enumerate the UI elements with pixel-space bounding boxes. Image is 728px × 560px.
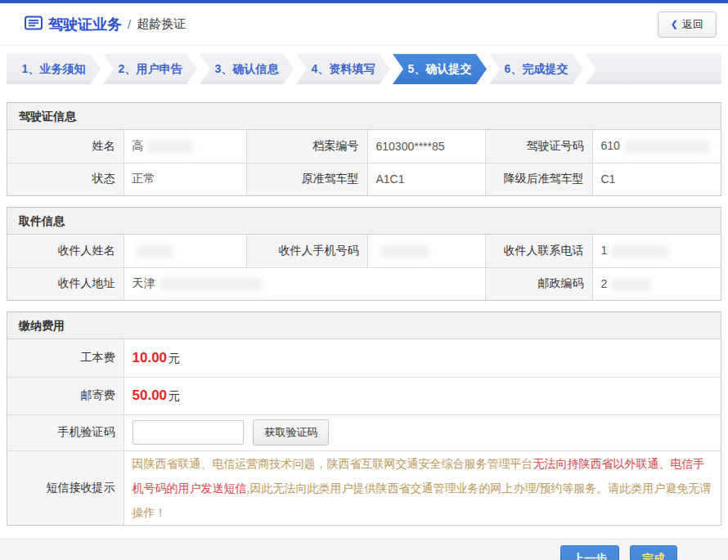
table-row: 手机验证码 获取验证码: [7, 414, 721, 450]
field-value: 获取验证码: [124, 414, 721, 450]
step-1-business-notice[interactable]: 1、业务须知: [7, 54, 101, 84]
redacted-value: [624, 141, 710, 153]
field-label: 姓名: [7, 130, 124, 163]
table-row: 收件人地址 天津 邮政编码 2: [7, 267, 721, 300]
finish-button[interactable]: 完成: [630, 545, 677, 560]
step-bar-filler: [586, 54, 721, 84]
table-row: 收件人姓名 收件人手机号码 收件人联系电话 1: [7, 235, 721, 267]
field-label: 收件人地址: [7, 267, 124, 300]
field-label: 邮政编码: [485, 267, 592, 300]
section-title: 取件信息: [7, 208, 721, 235]
get-code-button[interactable]: 获取验证码: [253, 419, 329, 446]
field-label: 手机验证码: [7, 414, 124, 450]
sms-code-input[interactable]: [133, 420, 244, 445]
field-value: 10.00元: [124, 339, 721, 377]
back-button[interactable]: ❮ 返回: [658, 11, 717, 38]
fees-table: 工本费 10.00元 邮寄费 50.00元 手机验证码 获取验证码 短信接收提示…: [7, 339, 721, 525]
page-subtitle: 超龄换证: [137, 16, 186, 32]
field-value: [124, 235, 246, 267]
field-label: 工本费: [7, 339, 124, 377]
footer-action-bar: 上一步 完成: [0, 539, 728, 560]
chevron-left-icon: ❮: [671, 19, 678, 29]
field-label: 收件人联系电话: [485, 235, 592, 267]
step-3-confirm-info[interactable]: 3、确认信息: [200, 54, 294, 84]
section-title: 缴纳费用: [7, 312, 721, 339]
redacted-value: [148, 141, 193, 153]
redacted-value: [611, 245, 668, 258]
table-row: 短信接收提示 因陕西省联通、电信运营商技术问题，陕西省互联网交通安全综合服务管理…: [7, 450, 721, 525]
field-value: A1C1: [367, 163, 485, 195]
field-value: 50.00元: [124, 377, 721, 414]
pickup-info-section: 取件信息 收件人姓名 收件人手机号码 收件人联系电话 1 收件人地址 天津 邮政…: [7, 207, 721, 301]
fee-amount: 10.00: [133, 350, 168, 365]
field-label: 收件人手机号码: [246, 235, 367, 267]
field-label: 原准驾车型: [246, 163, 367, 195]
fee-unit: 元: [169, 389, 180, 402]
fee-unit: 元: [169, 352, 180, 365]
license-info-table: 姓名 高 档案编号 610300****85 驾驶证号码 610 状态 正常 原…: [7, 130, 721, 195]
step-6-complete-submit[interactable]: 6、完成提交: [489, 54, 583, 84]
redacted-value: [137, 245, 173, 258]
redacted-value: [160, 278, 262, 290]
page-header: 驾驶证业务 / 超龄换证 ❮ 返回: [0, 3, 728, 46]
breadcrumb: 驾驶证业务 / 超龄换证: [25, 15, 658, 34]
field-label: 降级后准驾车型: [485, 163, 592, 195]
field-label: 驾驶证号码: [485, 130, 592, 163]
field-value: 天津: [124, 267, 485, 300]
field-value: [367, 235, 485, 267]
redacted-value: [611, 279, 650, 291]
table-row: 状态 正常 原准驾车型 A1C1 降级后准驾车型 C1: [7, 163, 721, 195]
back-button-label: 返回: [682, 17, 703, 32]
redacted-value: [380, 245, 429, 258]
fee-amount: 50.00: [133, 388, 168, 403]
table-row: 工本费 10.00元: [7, 339, 721, 377]
table-row: 邮寄费 50.00元: [7, 377, 721, 414]
fees-section: 缴纳费用 工本费 10.00元 邮寄费 50.00元 手机验证码 获取验证码 短…: [7, 311, 721, 526]
step-4-fill-materials[interactable]: 4、资料填写: [296, 54, 390, 84]
field-value: 610300****85: [367, 130, 485, 163]
field-label: 状态: [7, 163, 124, 195]
field-label: 邮寄费: [7, 377, 124, 414]
field-value: 正常: [124, 163, 246, 195]
field-value: 610: [592, 130, 721, 163]
field-label: 收件人姓名: [7, 235, 124, 267]
field-value: 1: [592, 235, 721, 267]
step-5-confirm-submit[interactable]: 5、确认提交: [393, 54, 487, 84]
field-value: 2: [592, 267, 721, 300]
license-service-icon: [25, 16, 43, 34]
breadcrumb-separator: /: [128, 17, 131, 31]
step-2-user-declaration[interactable]: 2、用户申告: [103, 54, 197, 84]
license-info-section: 驾驶证信息 姓名 高 档案编号 610300****85 驾驶证号码 610 状…: [7, 102, 721, 196]
field-label: 短信接收提示: [7, 450, 124, 525]
field-label: 档案编号: [246, 130, 367, 163]
field-value: C1: [592, 163, 721, 195]
sms-warning-text: 因陕西省联通、电信运营商技术问题，陕西省互联网交通安全综合服务管理平台无法向持陕…: [124, 450, 721, 525]
page-title: 驾驶证业务: [48, 15, 122, 34]
pickup-info-table: 收件人姓名 收件人手机号码 收件人联系电话 1 收件人地址 天津 邮政编码 2: [7, 235, 721, 300]
field-value: 高: [124, 130, 246, 163]
table-row: 姓名 高 档案编号 610300****85 驾驶证号码 610: [7, 130, 721, 163]
step-progress-bar: 1、业务须知 2、用户申告 3、确认信息 4、资料填写 5、确认提交 6、完成提…: [7, 54, 721, 84]
section-title: 驾驶证信息: [7, 103, 721, 130]
previous-step-button[interactable]: 上一步: [560, 545, 619, 560]
